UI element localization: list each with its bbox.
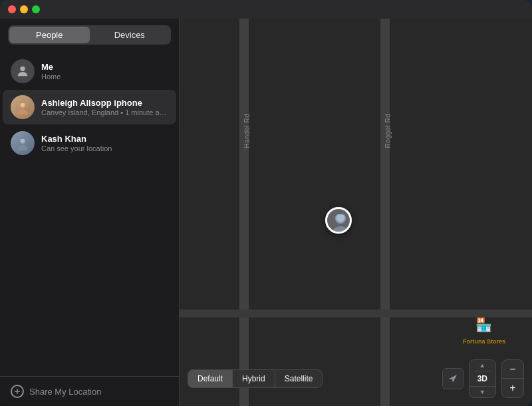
poi-label: Fortuna Stores	[463, 338, 505, 345]
map-type-default-button[interactable]: Default	[188, 370, 233, 387]
person-info-ashleigh: Ashleigh Allsopp iphone Canvey Island, E…	[41, 98, 168, 116]
svg-point-10	[336, 214, 344, 222]
person-item-ashleigh[interactable]: Ashleigh Allsopp iphone Canvey Island, E…	[3, 90, 176, 124]
zoom-out-button[interactable]: −	[502, 360, 523, 379]
person-item-me[interactable]: Me Home	[3, 54, 176, 89]
main-content: People Devices Me Home	[0, 19, 532, 406]
road-label-handel: Handel Rd	[243, 114, 250, 148]
maximize-button[interactable]	[32, 5, 40, 13]
zoom-in-button[interactable]: +	[502, 379, 523, 397]
title-bar	[0, 0, 532, 19]
map-background	[180, 19, 532, 406]
3d-control: ▲ 3D ▼	[469, 359, 496, 398]
person-icon	[15, 64, 30, 79]
3d-label: 3D	[469, 371, 495, 387]
share-location-label: Share My Location	[29, 387, 101, 397]
location-arrow-icon	[448, 373, 458, 384]
person-detail-me: Home	[41, 73, 168, 81]
road-roggel	[380, 19, 390, 406]
share-location-icon	[11, 385, 24, 398]
svg-point-5	[21, 138, 25, 142]
svg-point-2	[21, 102, 25, 106]
map-person-marker	[325, 207, 352, 234]
3d-up-button[interactable]: ▲	[474, 360, 491, 371]
current-location-button[interactable]	[442, 368, 464, 389]
svg-point-0	[20, 67, 25, 71]
tab-devices[interactable]: Devices	[90, 27, 170, 43]
svg-point-3	[17, 145, 28, 150]
people-list: Me Home Ashleigh A	[0, 50, 179, 376]
person-info-me: Me Home	[41, 62, 168, 81]
kash-avatar-graphic	[15, 136, 30, 150]
road-label-roggel: Roggel Rd	[384, 114, 391, 148]
minimize-button[interactable]	[20, 5, 28, 13]
map-poi-fortuna: 🏪 Fortuna Stores	[463, 317, 505, 346]
tab-people[interactable]: People	[9, 27, 90, 43]
avatar-kash	[11, 131, 35, 155]
map-type-controls: Default Hybrid Satellite	[188, 369, 323, 388]
person-info-kash: Kash Khan Can see your location	[41, 134, 168, 152]
plus-icon	[14, 388, 21, 395]
avatar-me	[11, 59, 35, 83]
map-right-controls: ▲ 3D ▼ − +	[442, 359, 524, 398]
person-detail-ashleigh: Canvey Island, England • 1 minute ago 49…	[41, 108, 168, 116]
map-bottom-bar: Default Hybrid Satellite ▲ 3D	[180, 359, 532, 398]
road-horizontal	[180, 309, 532, 317]
map-type-satellite-button[interactable]: Satellite	[275, 370, 323, 387]
avatar-ashleigh	[11, 95, 35, 119]
person-detail-kash: Can see your location	[41, 144, 168, 152]
map-type-hybrid-button[interactable]: Hybrid	[233, 370, 275, 387]
share-location-button[interactable]: Share My Location	[0, 376, 179, 406]
road-handel	[239, 19, 249, 406]
sidebar: People Devices Me Home	[0, 19, 180, 406]
person-item-kash[interactable]: Kash Khan Can see your location	[3, 126, 176, 160]
person-name-ashleigh: Ashleigh Allsopp iphone	[41, 98, 168, 108]
person-name-me: Me	[41, 62, 168, 72]
zoom-controls: − +	[501, 359, 524, 398]
map-area[interactable]: Handel Rd Roggel Rd 🏪 Fortuna Stores	[180, 19, 532, 406]
app-window: People Devices Me Home	[0, 0, 532, 406]
poi-icon: 🏪	[463, 317, 505, 333]
3d-down-button[interactable]: ▼	[474, 387, 491, 397]
close-button[interactable]	[8, 5, 16, 13]
traffic-lights	[8, 5, 40, 13]
tab-bar: People Devices	[8, 25, 171, 45]
ashleigh-avatar-graphic	[15, 100, 30, 114]
person-name-kash: Kash Khan	[41, 134, 168, 144]
